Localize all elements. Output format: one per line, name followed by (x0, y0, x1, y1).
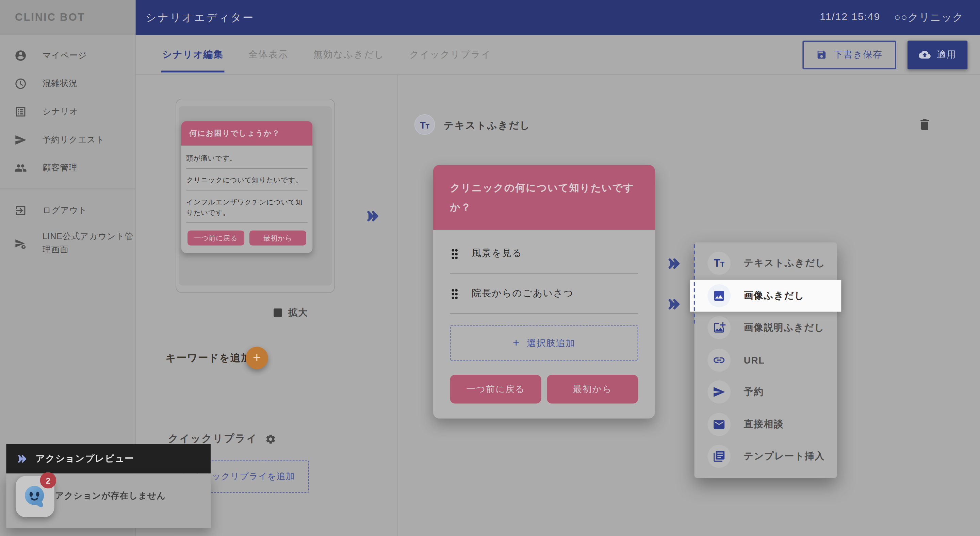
menu-item-insert-template[interactable]: テンプレート挿入 (695, 441, 837, 473)
app-brand: CLINIC BOT (0, 0, 136, 35)
top-bar-info: 11/12 15:49 ○○クリニック (820, 11, 964, 24)
people-icon (14, 162, 27, 174)
save-draft-label: 下書き保存 (834, 49, 882, 60)
text-bubble-type-icon: TT (414, 114, 435, 135)
datetime-label: 11/12 15:49 (820, 11, 880, 24)
sidebar-item-customers[interactable]: 顧客管理 (0, 154, 135, 182)
sidebar-item-mypage[interactable]: マイページ (0, 41, 135, 70)
tab-bar: シナリオ編集 全体表示 無効なふきだし クイックリプライ 下書き保存 適用 (136, 35, 980, 75)
expand-icon (272, 308, 283, 318)
send-icon (14, 133, 27, 146)
preview-option: クリニックについて知りたいです。 (186, 169, 307, 190)
double-chevron-icon (17, 454, 27, 464)
preview-next-chevron-icon[interactable] (366, 208, 380, 224)
tab-disabled-bubbles[interactable]: 無効なふきだし (313, 35, 385, 75)
apply-button[interactable]: 適用 (907, 40, 967, 69)
bubble-question-text[interactable]: クリニックの何について知りたいですか？ (433, 165, 655, 230)
option-next-chevron-icon[interactable] (667, 297, 682, 312)
save-draft-button[interactable]: 下書き保存 (803, 40, 896, 69)
tabs: シナリオ編集 全体表示 無効なふきだし クイックリプライ (136, 35, 492, 75)
menu-item-booking[interactable]: 予約 (695, 376, 837, 408)
action-preview-toggle[interactable]: アクションプレビュー (6, 444, 211, 473)
menu-item-image-caption-bubble[interactable]: 画像説明ふきだし (695, 312, 837, 344)
tab-quick-reply[interactable]: クイックリプライ (409, 35, 491, 75)
cloud-upload-icon (919, 49, 931, 60)
add-keyword-label: キーワードを追加 (166, 352, 252, 365)
top-bar-main: シナリオエディター 11/12 15:49 ○○クリニック (136, 0, 980, 35)
send-icon (708, 381, 730, 404)
menu-item-image-bubble[interactable]: 画像ふきだし (690, 279, 841, 312)
image-caption-bubble-icon (708, 316, 730, 339)
clock-icon (14, 77, 27, 90)
clinic-name-label: ○○クリニック (894, 11, 964, 24)
sidebar-item-label: マイページ (43, 50, 87, 61)
tab-scenario-edit[interactable]: シナリオ編集 (163, 35, 224, 75)
list-icon (14, 105, 27, 118)
expand-button[interactable]: 拡大 (272, 307, 308, 319)
menu-item-direct-consult[interactable]: 直接相談 (695, 408, 837, 441)
option-row[interactable]: 院長からのごあいさつ (450, 274, 638, 314)
sidebar-item-line-admin[interactable]: LINE公式アカウント管理画面 (0, 224, 135, 263)
tab-overview[interactable]: 全体表示 (248, 35, 288, 75)
page-title: シナリオエディター (146, 10, 255, 24)
delete-bubble-button[interactable] (917, 117, 932, 132)
bubble-type-title: テキストふきだし (444, 119, 530, 133)
editor-bubble-card: クリニックの何について知りたいですか？ 風景を見る 院長からのごあいさつ + 選… (433, 165, 655, 419)
scenario-editor-screen: CLINIC BOT シナリオエディター 11/12 15:49 ○○クリニック… (0, 0, 980, 536)
sidebar-item-logout[interactable]: ログアウト (0, 196, 135, 224)
logout-icon (14, 204, 27, 217)
preview-options: 頭が痛いです。 クリニックについて知りたいです。 インフルエンザワクチンについて… (181, 146, 313, 253)
menu-item-text-bubble[interactable]: TT テキストふきだし (695, 247, 837, 279)
add-keyword-button[interactable]: + (246, 347, 268, 369)
insert-drop-indicator (694, 244, 695, 324)
sidebar-item-congestion[interactable]: 混雑状況 (0, 70, 135, 98)
preview-back-button: 一つ前に戻る (188, 231, 244, 246)
quick-reply-section-header: クイックリプライ (168, 432, 276, 446)
restart-button[interactable]: 最初から (547, 375, 638, 404)
quick-reply-heading: クイックリプライ (168, 432, 258, 446)
action-preview-title: アクションプレビュー (36, 453, 134, 465)
sidebar-item-label: 混雑状況 (43, 78, 78, 89)
bubble-nav-buttons: 一つ前に戻る 最初から (450, 375, 638, 404)
panel-divider (398, 75, 398, 536)
plus-icon: + (513, 337, 519, 350)
sidebar-item-scenario[interactable]: シナリオ (0, 98, 135, 126)
action-empty-message: アクションが存在しません (55, 490, 166, 502)
preview-option: インフルエンザワクチンについて知りたいです。 (186, 190, 307, 223)
expand-label: 拡大 (288, 307, 308, 319)
back-button[interactable]: 一つ前に戻る (450, 375, 541, 404)
tab-actions: 下書き保存 適用 (803, 35, 980, 75)
option-next-chevron-icon[interactable] (667, 256, 682, 271)
sidebar-item-booking-request[interactable]: 予約リクエスト (0, 125, 135, 154)
send-gear-icon (14, 237, 27, 250)
mail-icon (708, 413, 730, 436)
gear-icon[interactable] (265, 433, 276, 444)
person-icon (14, 49, 27, 62)
option-label: 風景を見る (472, 247, 522, 260)
option-row[interactable]: 風景を見る (450, 234, 638, 274)
sidebar-divider (0, 189, 135, 189)
add-option-label: 選択肢追加 (527, 338, 575, 350)
preview-bubble-card: 何にお困りでしょうか？ 頭が痛いです。 クリニックについて知りたいです。 インフ… (181, 121, 313, 253)
notification-badge: 2 (40, 473, 56, 489)
menu-item-url[interactable]: URL (695, 344, 837, 376)
sidebar-item-label: ログアウト (43, 205, 87, 216)
sidebar-item-label: 予約リクエスト (43, 134, 105, 145)
top-bar: CLINIC BOT シナリオエディター 11/12 15:49 ○○クリニック (0, 0, 980, 35)
preview-restart-button: 最初から (250, 231, 306, 246)
drag-handle-icon[interactable] (451, 249, 458, 258)
apply-label: 適用 (937, 49, 956, 60)
template-icon (708, 445, 730, 468)
preview-option: 頭が痛いです。 (186, 147, 307, 169)
drag-handle-icon[interactable] (451, 289, 458, 298)
image-bubble-icon (708, 284, 730, 307)
insert-bubble-menu: TT テキストふきだし 画像ふきだし 画像説明ふきだし URL 予約 直接相談 … (695, 243, 837, 478)
plus-icon: + (253, 350, 261, 366)
option-label: 院長からのごあいさつ (472, 288, 574, 300)
trash-icon (917, 117, 932, 132)
text-bubble-icon: TT (708, 252, 730, 275)
save-icon (816, 49, 827, 60)
add-option-button[interactable]: + 選択肢追加 (450, 326, 638, 362)
sidebar-item-label: 顧客管理 (43, 162, 78, 173)
bubble-options: 風景を見る 院長からのごあいさつ + 選択肢追加 一つ前に戻る 最初から (433, 230, 655, 419)
